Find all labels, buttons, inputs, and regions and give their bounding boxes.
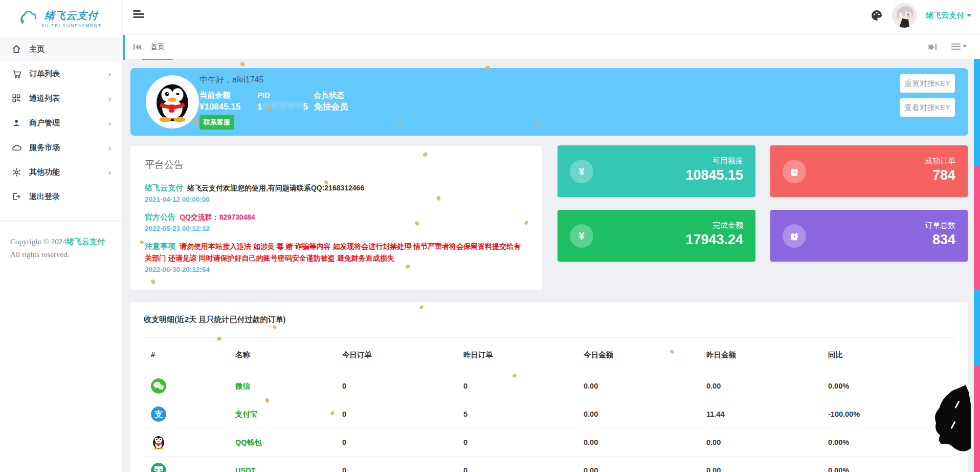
cell-yesterday-amount: 0.00 xyxy=(706,382,828,390)
top-header: 绪飞云支付 xyxy=(123,0,980,35)
announcement-text: QQ交流群：829730484 xyxy=(180,213,255,221)
chevron-right-icon: › xyxy=(108,143,111,152)
announcement-item: 绪飞云支付绪飞云支付欢迎您的使用,有问题请联系QQ:2168312466 202… xyxy=(145,182,528,203)
col-header-today-amount: 今日金额 xyxy=(584,350,706,360)
chevron-right-icon: › xyxy=(108,94,111,103)
menu-toggle-icon[interactable] xyxy=(133,10,145,19)
sidebar-item-orders[interactable]: 订单列表 › xyxy=(0,61,122,86)
announcement-text: 绪飞云支付欢迎您的使用,有问题请联系QQ:2168312466 xyxy=(187,184,364,192)
income-detail-panel: 收支明细(近2天 且只统计已付过款的订单) # 名称 今日订单 昨日订单 今日金… xyxy=(130,302,968,472)
announcement-tag: 绪飞云支付 xyxy=(145,183,183,192)
copyright: Copyright © 2024绪飞云支付 All rights reserve… xyxy=(0,221,122,261)
cart-icon xyxy=(11,69,21,79)
stat-card-total-orders: 订单总数 834 xyxy=(770,210,968,262)
tab-accent-bar xyxy=(123,35,125,60)
pay-channel-link[interactable]: USDT xyxy=(235,466,342,472)
user-name: 绪飞云支付 xyxy=(926,11,964,20)
sidebar-item-other[interactable]: 其他功能 › xyxy=(0,160,122,184)
stat-value: 834 xyxy=(925,230,955,249)
cell-yesterday-orders: 5 xyxy=(463,410,584,418)
cell-yesterday-amount: 0.00 xyxy=(706,438,828,446)
view-key-button[interactable]: 查看对接KEY xyxy=(900,98,955,117)
sidebar-item-label: 订单列表 xyxy=(29,69,60,79)
cell-yesterday-orders: 0 xyxy=(463,438,584,446)
announcement-tag: 官方公告 xyxy=(145,212,175,221)
sidebar-item-logout[interactable]: 退出登录 xyxy=(0,184,122,209)
cell-today-orders: 0 xyxy=(342,466,463,472)
stat-label: 成功订单 xyxy=(925,156,955,166)
tab-home[interactable]: 首页 xyxy=(142,35,173,60)
cell-today-amount: 0.00 xyxy=(584,382,706,390)
copyright-line2: All rights reserved. xyxy=(10,250,69,259)
tab-options-menu-icon[interactable] xyxy=(951,42,967,51)
stat-card-completed-amount: ¥ 完成金额 17943.24 xyxy=(558,210,755,262)
sidebar-item-merchants[interactable]: 商户管理 › xyxy=(0,111,122,135)
stat-label: 完成金额 xyxy=(685,220,743,230)
chevron-right-icon: › xyxy=(108,119,111,127)
table-row: QQ钱包 0 0 0.00 0.00 0.00% xyxy=(144,428,955,456)
col-header-name: 名称 xyxy=(235,350,342,360)
stat-card-available-quota: ¥ 可用额度 10845.15 xyxy=(558,145,755,197)
member-status-value: 免挂会员 xyxy=(314,101,371,113)
user-menu[interactable]: 绪飞云支付 xyxy=(926,11,972,20)
col-header-yesterday-orders: 昨日订单 xyxy=(463,350,584,360)
black-blob-overlay xyxy=(931,384,972,454)
cell-today-amount: 0.00 xyxy=(584,410,706,418)
sidebar-item-market[interactable]: 服务市场 › xyxy=(0,135,122,160)
scroll-tabs-left-icon[interactable] xyxy=(132,42,143,52)
sidebar-item-label: 商户管理 xyxy=(29,118,60,128)
pid-value: 1＊＊＊＊＊5 xyxy=(257,101,314,113)
sidebar-item-channels[interactable]: 通道列表 › xyxy=(0,86,122,111)
table-header-row: # 名称 今日订单 昨日订单 今日金额 昨日金额 同比 xyxy=(144,338,955,372)
cell-yesterday-orders: 0 xyxy=(463,382,584,390)
stat-value: 784 xyxy=(925,166,955,184)
col-header-ratio: 同比 xyxy=(828,350,955,360)
sidebar-item-label: 其他功能 xyxy=(29,167,60,177)
pay-channel-link[interactable]: 微信 xyxy=(235,381,342,391)
col-header-today-orders: 今日订单 xyxy=(342,350,463,360)
stat-label: 可用额度 xyxy=(685,156,743,166)
home-icon xyxy=(11,44,21,54)
user-avatar[interactable] xyxy=(892,3,917,28)
wechat-icon xyxy=(151,378,166,394)
qq-wallet-icon xyxy=(151,435,166,450)
cell-today-orders: 0 xyxy=(342,438,463,446)
pay-channel-link[interactable]: QQ钱包 xyxy=(235,438,342,447)
announcement-date: 2022-05-23 00:12:12 xyxy=(145,225,528,232)
sidebar-item-label: 主页 xyxy=(29,45,44,54)
table-row: 微信 0 0 0.00 0.00 0.00% xyxy=(144,372,955,400)
stat-value: 17943.24 xyxy=(685,230,743,249)
copyright-brand-link[interactable]: 绪飞云支付 xyxy=(66,237,105,246)
table-title: 收支明细(近2天 且只统计已付过款的订单) xyxy=(144,302,955,338)
announcement-date: 2021-04-12 00:00:00 xyxy=(145,196,528,203)
chevron-right-icon: › xyxy=(108,168,111,177)
bag-icon xyxy=(783,224,806,248)
user-icon xyxy=(11,118,21,128)
pay-channel-link[interactable]: 支付宝 xyxy=(235,410,342,419)
announcement-date: 2022-06-30 20:12:54 xyxy=(145,266,528,273)
reset-key-button[interactable]: 重置对接KEY xyxy=(900,74,955,93)
gear-icon xyxy=(11,167,21,177)
table-row: 支 支付宝 0 5 0.00 11.44 -100.00% xyxy=(144,400,955,428)
usdt-icon xyxy=(151,463,166,472)
cloud-logo-icon xyxy=(20,11,38,26)
table-row: USDT 0 0 0.00 0.00 0.00% xyxy=(144,456,955,472)
scroll-tabs-right-icon[interactable] xyxy=(927,42,938,52)
cell-today-orders: 0 xyxy=(342,410,463,418)
sidebar-item-label: 退出登录 xyxy=(29,192,60,202)
contact-support-button[interactable]: 联系客服 xyxy=(199,115,234,130)
member-status-label: 会员状态 xyxy=(314,90,371,100)
sidebar-item-home[interactable]: 主页 xyxy=(0,37,122,61)
theme-palette-icon[interactable] xyxy=(871,9,883,22)
sidebar: 绪飞云支付 XU FEI YUNPAYMENT 主页 订单列表 › xyxy=(0,0,123,472)
bag-icon xyxy=(783,160,806,183)
side-floating-widget[interactable] xyxy=(974,59,980,472)
announcement-item: 注意事项请勿使用本站接入违法 如涉黄 毒 赌 诈骗等内容 如发现将会进行封禁处理… xyxy=(145,240,528,273)
yen-icon: ¥ xyxy=(570,224,593,248)
svg-text:支: 支 xyxy=(154,409,164,419)
yen-icon: ¥ xyxy=(570,160,593,183)
stat-value: 10845.15 xyxy=(685,166,743,184)
channel-grid-icon xyxy=(11,93,21,103)
brand-logo: 绪飞云支付 XU FEI YUNPAYMENT xyxy=(0,0,122,37)
announcement-title: 平台公告 xyxy=(145,158,528,171)
